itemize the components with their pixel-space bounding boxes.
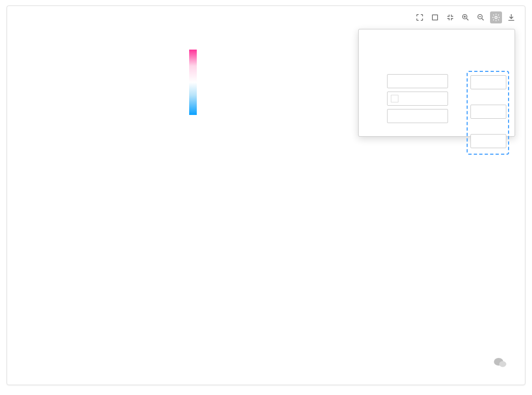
avg-color-input[interactable]: [387, 92, 448, 106]
collapse-icon[interactable]: [444, 11, 456, 23]
download-icon[interactable]: [505, 11, 517, 23]
value-range-group: [467, 71, 509, 155]
max-value-input[interactable]: [470, 134, 506, 148]
chart-panel: [7, 5, 525, 385]
min-value-input[interactable]: [470, 75, 506, 89]
svg-rect-0: [432, 15, 437, 20]
max-color-input[interactable]: [387, 109, 448, 123]
zoom-out-icon[interactable]: [475, 11, 487, 23]
avg-color-swatch: [391, 95, 398, 102]
chart-toolbar: [409, 8, 522, 27]
settings-popover: [358, 29, 515, 137]
svg-point-5: [499, 361, 506, 367]
color-edit-section: [387, 74, 507, 123]
wechat-icon: [493, 356, 507, 368]
fullscreen-icon[interactable]: [429, 11, 441, 23]
avg-value-input[interactable]: [470, 105, 506, 119]
svg-point-3: [495, 16, 497, 19]
zoom-in-icon[interactable]: [460, 11, 471, 23]
watermark: [493, 356, 512, 368]
color-legend: [189, 50, 225, 123]
color-bar: [189, 50, 197, 115]
min-color-swatch: [391, 77, 398, 85]
gear-icon[interactable]: [490, 11, 502, 23]
max-color-swatch: [391, 112, 398, 120]
min-color-input[interactable]: [387, 74, 448, 88]
expand-icon[interactable]: [414, 11, 426, 23]
